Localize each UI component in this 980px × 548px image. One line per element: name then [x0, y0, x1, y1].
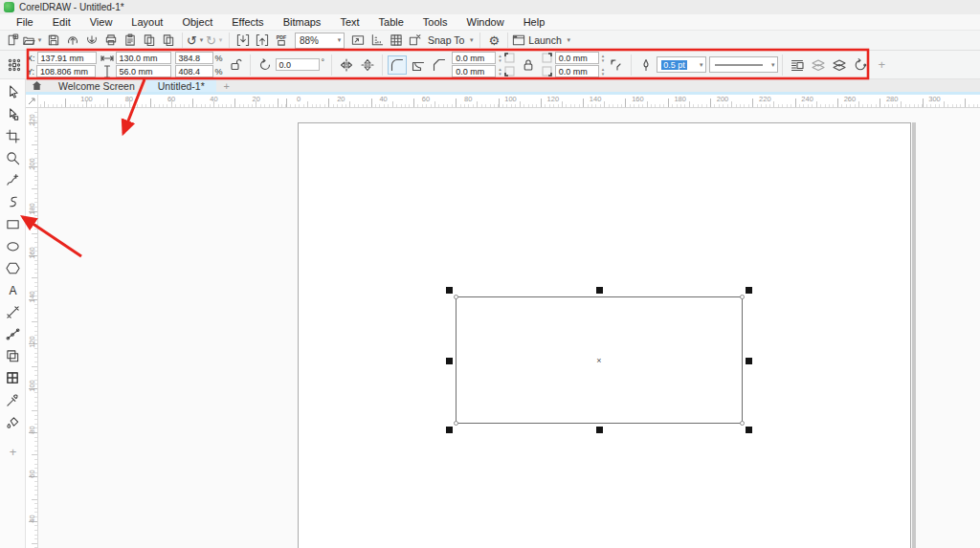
paste-button[interactable]: [121, 32, 140, 50]
scale-y-field[interactable]: 408.4: [175, 65, 213, 77]
corner-node[interactable]: [740, 295, 745, 299]
snap-to-dropdown[interactable]: Snap To▾: [425, 32, 476, 50]
toolbox-color-eyedropper-tool[interactable]: [4, 391, 22, 409]
outline-width-combo[interactable]: 0.5 pt ▾: [657, 56, 706, 73]
toolbox-polygon-tool[interactable]: [4, 259, 22, 277]
stepper-icon[interactable]: ▴▾: [499, 54, 501, 63]
fillet-scallop-chamfer-icon[interactable]: [607, 55, 626, 75]
toolbox-artistic-media-tool[interactable]: [4, 193, 22, 211]
toolbox-parallel-dimension-tool[interactable]: [4, 303, 22, 321]
options-button[interactable]: ⚙: [484, 32, 503, 50]
menu-tools[interactable]: Tools: [413, 15, 457, 30]
to-back-of-layer-icon[interactable]: [809, 55, 828, 75]
round-corner-icon[interactable]: [388, 55, 407, 75]
menu-effects[interactable]: Effects: [222, 15, 273, 30]
toolbox-shape-tool[interactable]: [4, 105, 22, 123]
selection-handle-nw[interactable]: [446, 287, 453, 294]
tab-welcome-screen[interactable]: Welcome Screen: [47, 79, 146, 92]
corner-node[interactable]: [740, 421, 745, 426]
corner-radius-bl-field[interactable]: 0.0 mm: [452, 65, 496, 77]
home-icon[interactable]: [26, 79, 47, 92]
menu-window[interactable]: Window: [457, 15, 514, 30]
vertical-ruler[interactable]: 220200180160140120100806040: [26, 108, 38, 548]
selection-handle-e[interactable]: [746, 358, 752, 364]
toolbox-text-tool[interactable]: A: [4, 281, 22, 299]
toolbox-add-tools-button[interactable]: +: [4, 443, 22, 461]
mirror-vertical-icon[interactable]: [358, 55, 377, 75]
print-button[interactable]: [101, 32, 121, 50]
relative-corner-lock-icon[interactable]: [519, 55, 538, 75]
object-origin-selector[interactable]: [5, 55, 24, 75]
y-position-field[interactable]: 108.806 mm: [36, 65, 96, 77]
object-height-field[interactable]: 56.0 mm: [116, 65, 171, 77]
scale-x-field[interactable]: 384.8: [175, 52, 213, 64]
stepper-icon[interactable]: ▴▾: [602, 54, 605, 63]
toolbox-pick-tool[interactable]: [4, 83, 22, 101]
menu-object[interactable]: Object: [172, 15, 222, 30]
rotation-angle-field[interactable]: 0.0: [276, 58, 320, 71]
launch-dropdown[interactable]: Launch▾: [512, 32, 572, 50]
show-rulers-button[interactable]: [368, 32, 387, 50]
tab-untitled-1-[interactable]: Untitled-1*: [146, 79, 216, 92]
export-button[interactable]: [253, 32, 272, 50]
undo-button[interactable]: ↺▾: [187, 32, 206, 50]
toolbox-freehand-tool[interactable]: [4, 171, 22, 189]
scalloped-corner-icon[interactable]: [409, 55, 428, 75]
corner-node[interactable]: [454, 421, 458, 426]
chevron-down-icon[interactable]: ▾: [768, 61, 777, 69]
chevron-down-icon[interactable]: ▾: [35, 36, 44, 44]
chevron-down-icon[interactable]: ▾: [467, 36, 476, 44]
publish-pdf-button[interactable]: PDF: [272, 32, 291, 50]
zoom-level-combo[interactable]: 88%▾: [295, 33, 345, 49]
selection-handle-se[interactable]: [746, 427, 752, 433]
arrow-up-circle-button[interactable]: [63, 32, 82, 50]
selection-handle-w[interactable]: [446, 358, 453, 364]
x-position-field[interactable]: 137.91 mm: [37, 52, 97, 64]
wrap-text-icon[interactable]: [788, 55, 807, 75]
save-button[interactable]: [44, 32, 63, 50]
menu-file[interactable]: File: [7, 15, 43, 30]
show-grid-button[interactable]: [387, 32, 406, 50]
toolbox-connector-tool[interactable]: [4, 325, 22, 343]
menu-view[interactable]: View: [80, 15, 122, 30]
convert-to-curves-icon[interactable]: [851, 55, 870, 75]
new-document-button[interactable]: [3, 32, 22, 50]
menu-edit[interactable]: Edit: [43, 15, 80, 30]
open-button[interactable]: ▾: [22, 32, 44, 50]
toolbox-ellipse-tool[interactable]: [4, 237, 22, 255]
copy-button[interactable]: [140, 32, 159, 50]
menu-table[interactable]: Table: [369, 15, 413, 30]
new-tab-button[interactable]: +: [216, 79, 237, 92]
chevron-down-icon[interactable]: ▾: [697, 61, 705, 69]
object-width-field[interactable]: 130.0 mm: [116, 52, 171, 64]
menu-help[interactable]: Help: [514, 15, 555, 30]
toolbox-drop-shadow-tool[interactable]: [4, 347, 22, 365]
arrow-down-circle-button[interactable]: [82, 32, 101, 50]
toolbox-rectangle-tool[interactable]: [4, 215, 22, 233]
full-screen-preview-button[interactable]: [348, 32, 368, 50]
corner-radius-br-field[interactable]: 0.0 mm: [555, 65, 599, 77]
horizontal-ruler[interactable]: 1008060402002040608010012014016018020022…: [38, 95, 980, 108]
chamfered-corner-icon[interactable]: [430, 55, 449, 75]
mirror-horizontal-icon[interactable]: [337, 55, 356, 75]
chevron-down-icon[interactable]: ▾: [197, 36, 206, 44]
stepper-icon[interactable]: ▴▾: [499, 67, 501, 77]
chevron-down-icon[interactable]: ▾: [216, 36, 225, 44]
toolbox-transparency-tool[interactable]: [4, 369, 22, 387]
to-front-of-layer-icon[interactable]: [830, 55, 849, 75]
toolbox-interactive-fill-tool[interactable]: [4, 413, 22, 431]
ruler-origin-icon[interactable]: [26, 95, 38, 108]
add-plus-icon[interactable]: +: [872, 55, 891, 75]
snap-off-button[interactable]: [406, 32, 425, 50]
selection-handle-s[interactable]: [596, 427, 603, 433]
toolbox-zoom-tool[interactable]: [4, 149, 22, 167]
redo-button[interactable]: ↻▾: [206, 32, 225, 50]
corner-radius-tr-field[interactable]: 0.0 mm: [555, 52, 599, 64]
corner-node[interactable]: [454, 295, 458, 299]
selection-handle-n[interactable]: [596, 287, 603, 294]
selection-handle-ne[interactable]: [746, 287, 752, 294]
corner-radius-tl-field[interactable]: 0.0 mm: [452, 52, 496, 64]
stepper-icon[interactable]: ▴▾: [602, 67, 605, 77]
chevron-down-icon[interactable]: ▾: [565, 36, 573, 44]
menu-text[interactable]: Text: [330, 15, 368, 30]
